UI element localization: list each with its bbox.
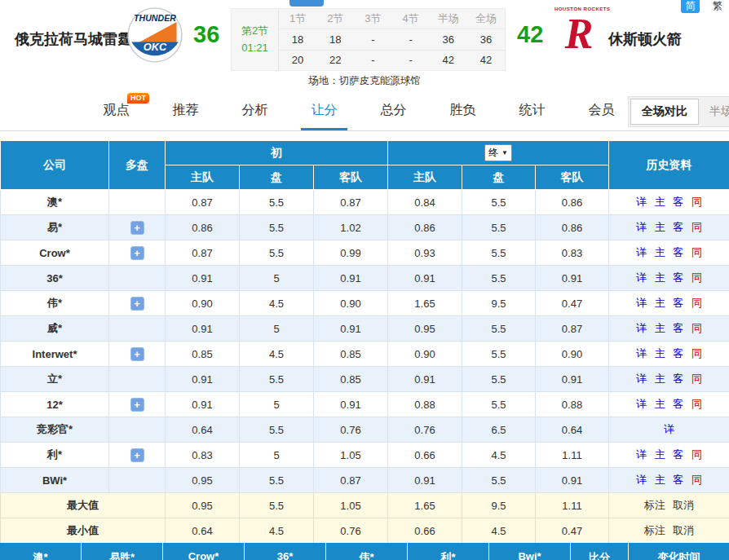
away-history-link[interactable]: 客 [673, 474, 683, 486]
company-name: Crow* [1, 240, 109, 266]
cancel-link[interactable]: 取消 [673, 499, 694, 511]
plus-icon[interactable]: + [130, 246, 144, 260]
final-home-odds: 0.91 [388, 266, 462, 291]
home-history-link[interactable]: 主 [655, 246, 665, 258]
detail-link[interactable]: 详 [636, 448, 647, 461]
init-handicap: 5 [240, 316, 314, 342]
period-label: 第2节 [241, 23, 268, 39]
tab-member[interactable]: 会员 [567, 90, 636, 130]
bottom-bar-item[interactable]: 利* [408, 543, 489, 560]
tab-handicap[interactable]: 让分 [289, 90, 359, 130]
final-home-odds: 0.93 [388, 240, 462, 266]
mark-link[interactable]: 标注 [644, 524, 665, 536]
plus-icon[interactable]: + [130, 448, 144, 462]
same-odds-link[interactable]: 同 [691, 246, 702, 258]
detail-link[interactable]: 详 [636, 398, 647, 410]
away-history-link[interactable]: 客 [673, 347, 683, 359]
same-odds-link[interactable]: 同 [691, 347, 702, 359]
away-history-link[interactable]: 客 [673, 196, 683, 208]
home-history-link[interactable]: 主 [655, 297, 665, 309]
detail-link[interactable]: 详 [636, 271, 647, 284]
detail-link[interactable]: 详 [636, 196, 647, 208]
init-home-odds: 0.85 [166, 342, 240, 367]
history-links: 详 主 客 同 [609, 240, 729, 266]
same-odds-link[interactable]: 同 [691, 322, 702, 334]
home-quarter-score: 36 [430, 33, 467, 46]
same-odds-link[interactable]: 同 [691, 474, 702, 486]
same-odds-link[interactable]: 同 [691, 297, 702, 309]
plus-icon[interactable]: + [130, 347, 144, 361]
quarter-score-panel: 第2节 01:21 1节2节3节4节半场全场 1818--3636 2022--… [231, 8, 506, 71]
company-name: BWi* [1, 468, 109, 493]
home-history-link[interactable]: 主 [655, 448, 665, 461]
tab-recommend[interactable]: 推荐 [151, 90, 220, 130]
away-history-link[interactable]: 客 [673, 221, 683, 233]
bottom-bar-item[interactable]: 易胜* [82, 543, 163, 560]
home-history-link[interactable]: 主 [655, 347, 665, 359]
init-handicap: 5.5 [240, 468, 314, 493]
detail-link[interactable]: 详 [636, 373, 647, 385]
away-history-link[interactable]: 客 [673, 448, 683, 461]
tab-totals[interactable]: 总分 [359, 90, 428, 130]
plus-icon[interactable]: + [130, 221, 144, 235]
bottom-bar-item[interactable]: 伟* [326, 543, 408, 560]
bottom-bar-item[interactable]: Crow* [163, 543, 245, 560]
away-history-link[interactable]: 客 [673, 246, 683, 258]
same-odds-link[interactable]: 同 [691, 221, 702, 233]
home-history-link[interactable]: 主 [655, 474, 665, 486]
same-odds-link[interactable]: 同 [691, 271, 702, 284]
odds-row: 36* + 0.91 5 0.91 0.91 5.5 0.91 详 主 客 同 [1, 266, 729, 291]
final-away-odds: 0.90 [536, 342, 609, 367]
home-history-link[interactable]: 主 [655, 322, 665, 334]
home-history-link[interactable]: 主 [655, 196, 665, 208]
mark-link[interactable]: 标注 [644, 499, 665, 511]
detail-link[interactable]: 详 [636, 474, 647, 486]
tab-analysis[interactable]: 分析 [220, 90, 289, 130]
init-handicap: 5 [240, 443, 314, 468]
detail-link[interactable]: 详 [636, 246, 647, 258]
home-history-link[interactable]: 主 [655, 221, 665, 233]
bottom-bar-item[interactable]: 36* [245, 543, 326, 560]
detail-link[interactable]: 详 [636, 297, 647, 309]
bottom-bar-item[interactable]: 比分 [571, 543, 629, 560]
away-history-link[interactable]: 客 [673, 322, 683, 334]
away-history-link[interactable]: 客 [673, 271, 683, 284]
detail-link[interactable]: 详 [636, 221, 647, 233]
away-history-link[interactable]: 客 [673, 398, 683, 410]
tab-winlose[interactable]: 胜负 [428, 90, 497, 130]
final-home-odds: 0.66 [388, 443, 462, 468]
home-history-link[interactable]: 主 [655, 373, 665, 385]
detail-link[interactable]: 详 [664, 423, 674, 435]
plus-icon[interactable]: + [130, 297, 144, 311]
full-game-compare-button[interactable]: 全场对比 [630, 99, 699, 125]
odds-row: BWi* + 0.95 5.5 0.87 0.91 5.5 0.91 详 主 客… [1, 468, 729, 493]
simplified-chinese-button[interactable]: 简 [681, 0, 700, 13]
half-game-compare-button[interactable]: 半场对比 [699, 99, 729, 125]
bottom-bar-item[interactable]: 澳* [0, 543, 82, 560]
bottom-bar-item[interactable]: Bwi* [489, 543, 571, 560]
home-history-link[interactable]: 主 [655, 271, 665, 284]
tab-viewpoint[interactable]: 观点 HOT [82, 90, 151, 130]
cancel-link[interactable]: 取消 [673, 524, 694, 536]
same-odds-link[interactable]: 同 [691, 448, 702, 461]
final-away-odds: 0.88 [536, 392, 609, 417]
tab-stats[interactable]: 统计 [497, 90, 567, 130]
quarter-header-row: 1节2节3节4节半场全场 [279, 9, 505, 29]
away-history-link[interactable]: 客 [673, 373, 683, 385]
history-links: 详 主 客 同 [609, 468, 729, 493]
top-tab-stub[interactable] [289, 0, 324, 7]
detail-link[interactable]: 详 [636, 347, 647, 359]
away-history-link[interactable]: 客 [673, 297, 683, 309]
bottom-bar-item[interactable]: 变化时间 [629, 543, 729, 560]
same-odds-link[interactable]: 同 [691, 196, 702, 208]
plus-icon[interactable]: + [130, 398, 144, 412]
same-odds-link[interactable]: 同 [691, 398, 702, 410]
away-quarter-score: 22 [316, 54, 354, 66]
init-away-odds: 0.76 [314, 417, 388, 443]
final-odds-select[interactable]: 终 ▼ [484, 144, 512, 161]
same-odds-link[interactable]: 同 [691, 373, 702, 385]
traditional-chinese-button[interactable]: 繁 [713, 0, 722, 13]
home-history-link[interactable]: 主 [655, 398, 665, 410]
detail-link[interactable]: 详 [636, 322, 647, 334]
init-away-odds: 0.85 [314, 367, 388, 392]
